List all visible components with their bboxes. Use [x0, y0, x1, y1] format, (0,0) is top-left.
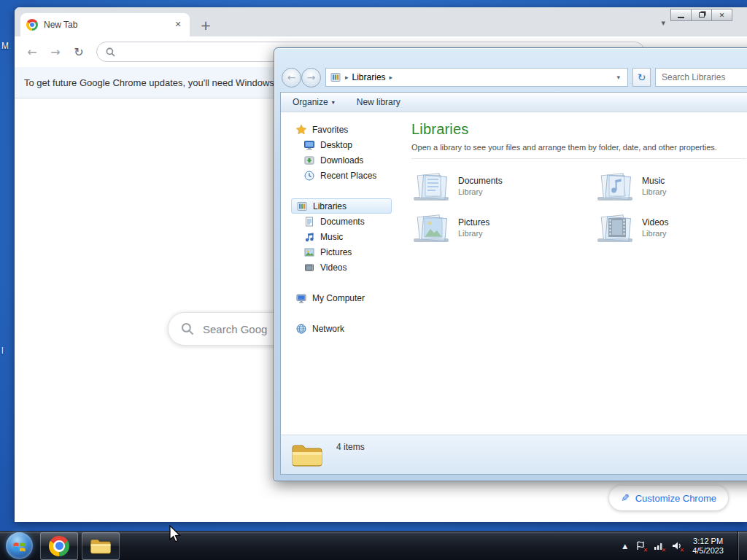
documents-library-icon: [411, 170, 451, 202]
nav-item-label: Pictures: [320, 247, 352, 257]
taskbar-explorer-button[interactable]: [82, 532, 120, 560]
tab-close-icon[interactable]: ✕: [172, 19, 184, 31]
nav-item-music[interactable]: Music: [281, 229, 399, 244]
tile-type: Library: [642, 187, 667, 196]
start-button[interactable]: [6, 532, 33, 559]
restore-button[interactable]: [691, 9, 712, 21]
volume-icon[interactable]: ✕: [671, 540, 682, 551]
nav-item-desktop[interactable]: Desktop: [281, 137, 399, 152]
tab-title: New Tab: [44, 20, 166, 30]
nav-item-downloads[interactable]: Downloads: [281, 152, 399, 168]
nav-item-libraries[interactable]: Libraries: [291, 198, 392, 214]
command-bar: Organize ▾ New library: [281, 93, 747, 112]
desktop-icon-label-fragment: l: [1, 346, 4, 356]
tab-strip: New Tab ✕ + ▾ ✕: [15, 7, 747, 36]
tile-text: Videos Library: [642, 217, 668, 238]
address-breadcrumb-bar[interactable]: ▸ Libraries ▸ ▾: [325, 68, 628, 87]
back-button[interactable]: ←: [22, 42, 42, 62]
library-tile-videos[interactable]: Videos Library: [595, 211, 747, 244]
address-dropdown-icon[interactable]: ▾: [613, 74, 624, 81]
nav-item-my-computer[interactable]: My Computer: [281, 290, 399, 306]
hidden-icons-button[interactable]: ▲: [622, 542, 627, 550]
music-library-icon: [595, 170, 635, 202]
organize-label: Organize: [293, 97, 328, 107]
nav-item-label: Downloads: [320, 155, 363, 166]
taskbar-clock[interactable]: 3:12 PM 4/5/2023: [692, 537, 724, 556]
recent-places-icon: [303, 170, 315, 182]
close-button[interactable]: ✕: [711, 9, 732, 21]
taskbar-chrome-button[interactable]: [40, 532, 78, 560]
forward-button[interactable]: →: [301, 68, 321, 88]
star-icon: [295, 124, 307, 136]
minimize-button[interactable]: [670, 9, 692, 21]
reload-button[interactable]: ↻: [69, 42, 89, 62]
search-icon: [181, 322, 194, 335]
status-bar: 4 items: [281, 435, 747, 474]
explorer-content: Favorites Desktop Down: [281, 112, 747, 435]
libraries-pane: Libraries Open a library to see your fil…: [399, 112, 747, 435]
libraries-icon: [330, 71, 341, 83]
organize-menu-button[interactable]: Organize ▾: [293, 97, 335, 107]
tile-name: Music: [642, 176, 667, 186]
forward-button[interactable]: →: [45, 42, 66, 62]
new-library-label: New library: [357, 97, 400, 107]
nav-item-label: Videos: [320, 262, 347, 273]
tile-type: Library: [642, 229, 668, 238]
tab-list-chevron-icon[interactable]: ▾: [661, 18, 665, 28]
network-icon[interactable]: ✕: [653, 540, 664, 551]
nav-item-network[interactable]: Network: [281, 321, 399, 336]
library-tile-pictures[interactable]: Pictures Library: [411, 211, 595, 244]
breadcrumb-arrow-icon[interactable]: ▸: [390, 74, 393, 81]
tile-name: Videos: [642, 217, 668, 228]
navigation-pane: Favorites Desktop Down: [281, 112, 399, 435]
tab-new-tab[interactable]: New Tab ✕: [20, 13, 190, 36]
tile-text: Pictures Library: [458, 217, 489, 238]
nav-item-label: Network: [312, 324, 344, 334]
explorer-body: Organize ▾ New library Favorites: [280, 92, 747, 475]
search-icon: [106, 47, 115, 57]
pencil-icon: ✎: [621, 492, 630, 504]
explorer-search-box[interactable]: Search Libraries: [655, 68, 747, 87]
taskbar: ▲ ✕ ✕ ✕ 3:12 PM 4/5/2023: [0, 531, 747, 560]
new-tab-button[interactable]: +: [197, 17, 214, 34]
tile-name: Pictures: [458, 217, 489, 228]
folder-icon: [291, 442, 323, 468]
error-badge-icon: ✕: [679, 547, 684, 553]
nav-item-documents[interactable]: Documents: [281, 214, 399, 229]
minimize-icon: [678, 17, 684, 18]
new-library-button[interactable]: New library: [357, 97, 400, 107]
nav-item-label: Music: [320, 232, 343, 242]
desktop-icon-label-fragment: M: [1, 41, 9, 51]
nav-item-label: Favorites: [312, 125, 348, 135]
items-count: 4 items: [336, 442, 365, 452]
library-tiles: Documents Library: [411, 170, 746, 244]
nav-item-pictures[interactable]: Pictures: [281, 244, 399, 260]
search-placeholder: Search Goog: [203, 323, 267, 335]
pictures-icon: [303, 246, 315, 258]
computer-icon: [295, 292, 307, 304]
action-center-icon[interactable]: ✕: [635, 540, 646, 551]
nav-item-recent-places[interactable]: Recent Places: [281, 168, 399, 183]
nav-item-favorites[interactable]: Favorites: [281, 122, 399, 137]
folder-icon: [90, 537, 112, 555]
music-icon: [303, 231, 315, 243]
network-icon: [295, 323, 307, 335]
tile-text: Documents Library: [458, 176, 503, 196]
nav-item-label: Desktop: [320, 140, 352, 150]
system-tray: ▲ ✕ ✕ ✕ 3:12 PM 4/5/2023: [622, 532, 747, 560]
nav-item-videos[interactable]: Videos: [281, 260, 399, 275]
clock-time: 3:12 PM: [692, 537, 724, 546]
breadcrumb-location[interactable]: Libraries: [352, 72, 386, 82]
show-desktop-button[interactable]: [738, 532, 747, 560]
chevron-down-icon: ▾: [332, 99, 335, 106]
library-tile-documents[interactable]: Documents Library: [411, 170, 595, 202]
customize-chrome-button[interactable]: ✎ Customize Chrome: [609, 486, 728, 510]
window-controls: ✕: [670, 9, 732, 21]
tile-type: Library: [458, 187, 503, 196]
back-button[interactable]: ←: [282, 68, 301, 88]
library-tile-music[interactable]: Music Library: [595, 170, 747, 202]
refresh-button[interactable]: ↻: [632, 68, 651, 87]
restore-icon: [699, 12, 705, 18]
videos-library-icon: [595, 211, 635, 244]
search-placeholder: Search Libraries: [662, 72, 725, 82]
